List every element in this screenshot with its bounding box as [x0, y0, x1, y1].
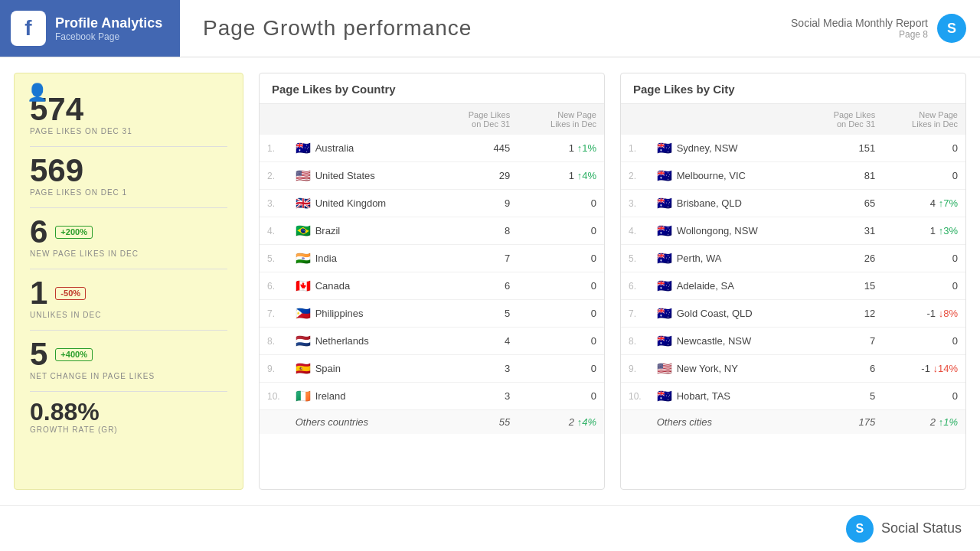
stat-page-likes-dec1: 569 PAGE LIKES ON DEC 1	[30, 155, 227, 197]
city-flag: 🇦🇺	[657, 223, 672, 238]
country-flag: 🇪🇸	[296, 361, 311, 376]
stat-growth-rate: 0.88% GROWTH RATE (GR)	[30, 399, 227, 434]
country-name: 🇪🇸 Spain	[288, 355, 437, 383]
row-num: 8.	[621, 328, 649, 355]
new-page-likes: 0	[883, 272, 965, 300]
page-likes: 26	[806, 245, 883, 272]
page-likes: 6	[806, 355, 883, 383]
col-num	[260, 104, 288, 135]
page-likes: 31	[806, 217, 883, 245]
country-flag: 🇮🇳	[296, 251, 311, 266]
col-city	[649, 104, 806, 135]
others-new-likes: 2 ↑4%	[518, 410, 604, 435]
main-content: 👤 574 PAGE LIKES ON DEC 31 569 PAGE LIKE…	[0, 57, 980, 505]
new-page-likes: 0	[883, 383, 965, 410]
city-name: 🇦🇺 Gold Coast, QLD	[649, 300, 806, 328]
brand-sub: Facebook Page	[55, 31, 162, 42]
new-page-likes: 1 ↑3%	[883, 217, 965, 245]
new-page-likes: 0	[883, 328, 965, 355]
table-row: 1. 🇦🇺 Sydney, NSW 151 0	[621, 135, 965, 162]
stat-unlikes: 1 -50% UNLIKES IN DEC	[30, 277, 227, 319]
col-page-likes: Page Likeson Dec 31	[806, 104, 883, 135]
table-row: 7. 🇦🇺 Gold Coast, QLD 12 -1 ↓8%	[621, 300, 965, 328]
country-flag: 🇬🇧	[296, 196, 311, 210]
row-num: 6.	[621, 272, 649, 300]
row-num: 3.	[621, 190, 649, 217]
row-num: 5.	[260, 245, 288, 272]
country-flag: 🇺🇸	[296, 168, 311, 183]
footer-row: Others countries 55 2 ↑4%	[260, 410, 604, 435]
page-likes: 15	[806, 272, 883, 300]
page-likes: 8	[437, 217, 518, 245]
page-likes-dec1-label: PAGE LIKES ON DEC 1	[30, 188, 227, 197]
page-likes: 12	[806, 300, 883, 328]
report-info: Social Media Monthly Report Page 8	[791, 17, 928, 40]
page-likes: 445	[437, 135, 518, 162]
table-row: 9. 🇪🇸 Spain 3 0	[260, 355, 604, 383]
new-page-likes: 0	[883, 135, 965, 162]
city-name: 🇦🇺 Perth, WA	[649, 245, 806, 272]
row-num: 7.	[621, 300, 649, 328]
page-likes: 29	[437, 162, 518, 190]
unlikes-label: UNLIKES IN DEC	[30, 311, 227, 319]
new-page-likes: 1 ↑4%	[518, 162, 604, 190]
col-new-likes: New PageLikes in Dec	[883, 104, 965, 135]
row-num: 5.	[621, 245, 649, 272]
city-flag: 🇦🇺	[657, 141, 672, 155]
others-label: Others countries	[288, 410, 437, 435]
table-row: 6. 🇦🇺 Adelaide, SA 15 0	[621, 272, 965, 300]
country-name: 🇨🇦 Canada	[288, 272, 437, 300]
country-flag: 🇳🇱	[296, 334, 311, 348]
new-page-likes: 0	[518, 300, 604, 328]
col-num	[621, 104, 649, 135]
others-likes: 55	[437, 410, 518, 435]
cities-table-title: Page Likes by City	[621, 73, 965, 104]
tables-area: Page Likes by Country Page Likeson Dec 3…	[259, 73, 966, 490]
net-change-label: NET CHANGE IN PAGE LIKES	[30, 372, 227, 380]
user-icon: 👤	[27, 83, 47, 103]
table-row: 8. 🇳🇱 Netherlands 4 0	[260, 328, 604, 355]
country-flag: 🇨🇦	[296, 279, 311, 293]
footer-row: Others cities 175 2 ↑1%	[621, 410, 965, 435]
country-name: 🇧🇷 Brazil	[288, 217, 437, 245]
page-likes: 3	[437, 383, 518, 410]
row-num: 2.	[621, 162, 649, 190]
countries-table-header: Page Likeson Dec 31 New PageLikes in Dec	[260, 104, 604, 135]
cities-table: Page Likeson Dec 31 New PageLikes in Dec…	[621, 104, 965, 434]
row-num: 6.	[260, 272, 288, 300]
country-flag: 🇵🇭	[296, 306, 311, 321]
page-likes: 65	[806, 190, 883, 217]
footer-brand-name: Social Status	[881, 520, 962, 536]
country-name: 🇺🇸 United States	[288, 162, 437, 190]
table-row: 7. 🇵🇭 Philippines 5 0	[260, 300, 604, 328]
new-page-likes: 0	[883, 245, 965, 272]
country-name: 🇬🇧 United Kingdom	[288, 190, 437, 217]
countries-table-body: 1. 🇦🇺 Australia 445 1 ↑1% 2. 🇺🇸 United S…	[260, 135, 604, 434]
new-page-likes: -1 ↓8%	[883, 300, 965, 328]
others-new-likes: 2 ↑1%	[883, 410, 965, 435]
country-name: 🇮🇳 India	[288, 245, 437, 272]
page-likes: 81	[806, 162, 883, 190]
city-flag: 🇦🇺	[657, 334, 672, 348]
table-row: 10. 🇦🇺 Hobart, TAS 5 0	[621, 383, 965, 410]
city-flag: 🇺🇸	[657, 361, 672, 376]
new-page-likes: -1 ↓14%	[883, 355, 965, 383]
city-name: 🇦🇺 Newcastle, NSW	[649, 328, 806, 355]
page-likes: 5	[806, 383, 883, 410]
row-num: 8.	[260, 328, 288, 355]
header: f Profile Analytics Facebook Page Page G…	[0, 0, 980, 57]
country-name: 🇳🇱 Netherlands	[288, 328, 437, 355]
cities-table-header: Page Likeson Dec 31 New PageLikes in Dec	[621, 104, 965, 135]
row-num: 2.	[260, 162, 288, 190]
stat-new-page-likes: 6 +200% NEW PAGE LIKES IN DEC	[30, 216, 227, 258]
col-country	[288, 104, 437, 135]
col-page-likes: Page Likeson Dec 31	[437, 104, 518, 135]
table-row: 4. 🇦🇺 Wollongong, NSW 31 1 ↑3%	[621, 217, 965, 245]
page-likes: 4	[437, 328, 518, 355]
cities-table-body: 1. 🇦🇺 Sydney, NSW 151 0 2. 🇦🇺 Melbourne,…	[621, 135, 965, 434]
table-row: 10. 🇮🇪 Ireland 3 0	[260, 383, 604, 410]
countries-table-title: Page Likes by Country	[260, 73, 604, 104]
row-num: 10.	[260, 383, 288, 410]
new-page-likes: 0	[518, 355, 604, 383]
table-row: 3. 🇦🇺 Brisbane, QLD 65 4 ↑7%	[621, 190, 965, 217]
